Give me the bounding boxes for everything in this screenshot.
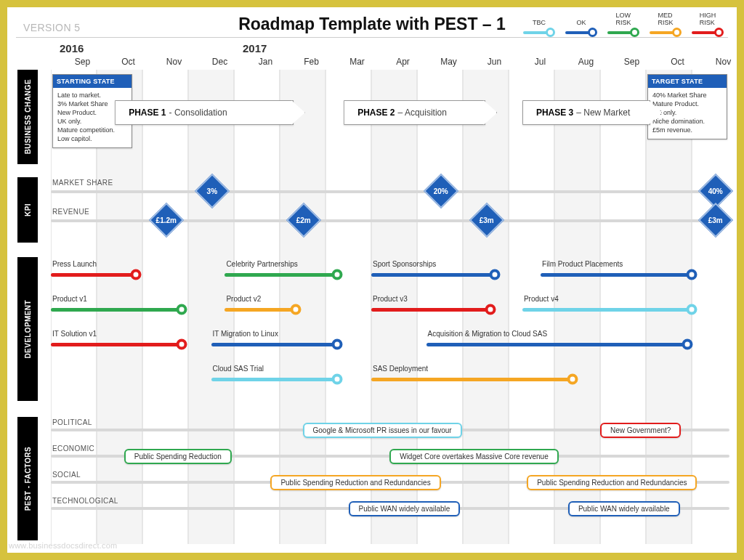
dev-item-label: Press Launch (52, 260, 97, 268)
month-label: Apr (380, 57, 426, 67)
dev-item-label: Celebrity Partnerships (226, 260, 297, 268)
month-label: Oct (105, 57, 151, 67)
month-label: Jul (517, 57, 563, 67)
lane-label-biz: BUSINESS CHANGE (17, 70, 38, 164)
kpi-track (51, 190, 729, 193)
pest-factor-pill: Public Spending Reduction (124, 449, 232, 464)
dev-bar (225, 273, 336, 277)
lane-label-pest: PEST - FACTORS (17, 417, 38, 540)
kpi-marker: £3m (698, 203, 733, 238)
month-label: Mar (334, 57, 380, 67)
dev-item-label: IT Solution v1 (52, 330, 97, 338)
dev-endpoint-icon (485, 304, 496, 315)
pest-row-label: POLITICAL (52, 418, 92, 426)
legend-item-tbc: TBC (523, 12, 555, 37)
dev-item-label: Sport Sponsorships (373, 260, 436, 268)
dev-item-label: Acquisition & Migration to Cloud SAS (428, 330, 548, 338)
lane-labels: BUSINESS CHANGEKPIDEVELOPMENTPEST - FACT… (17, 70, 49, 544)
dev-endpoint-icon (331, 339, 342, 350)
pest-factor-pill: Public WAN widely available (349, 501, 461, 516)
dev-bar (51, 308, 182, 312)
dev-endpoint-icon (687, 304, 698, 315)
dev-bar (371, 378, 573, 381)
dev-item-label: Cloud SAS Trial (213, 365, 264, 373)
dev-item-label: Product v1 (52, 295, 87, 303)
legend: TBCOKLOWRISKMEDRISKHIGHRISK (523, 12, 724, 37)
dev-endpoint-icon (331, 269, 342, 280)
pest-factor-pill: Public Spending Reduction and Redundanci… (527, 475, 697, 490)
pest-factor-pill: Public Spending Reduction and Redundanci… (270, 475, 440, 490)
dev-endpoint-icon (687, 269, 698, 280)
phase-arrow-2: PHASE 2 – Acquisition (344, 100, 485, 125)
dev-bar (51, 273, 136, 277)
title-rule (16, 37, 728, 38)
pest-factor-pill: Public WAN widely available (568, 501, 680, 516)
year-label: 2017 (243, 42, 267, 54)
kpi-row-label: MARKET SHARE (52, 179, 113, 187)
dev-endpoint-icon (567, 374, 578, 385)
month-label: Sep (609, 57, 655, 67)
dev-endpoint-icon (176, 339, 187, 350)
kpi-marker: £2m (286, 203, 321, 238)
dev-item-label: Product v4 (524, 295, 559, 303)
year-label: 2016 (60, 42, 84, 54)
legend-item-med: MEDRISK (650, 12, 682, 37)
dev-endpoint-icon (291, 304, 302, 315)
legend-item-low: LOWRISK (607, 12, 639, 37)
dev-bar (211, 343, 337, 346)
phase-arrow-1: PHASE 1 - Consolidation (115, 100, 294, 125)
dev-bar (522, 308, 692, 312)
legend-item-high: HIGHRISK (692, 12, 724, 37)
dev-bar (225, 308, 296, 312)
dev-item-label: SAS Deployment (373, 365, 428, 373)
pest-row-label: ECONOMIC (52, 445, 94, 453)
phase-arrow-3: PHASE 3 – New Market (522, 100, 650, 125)
kpi-row-label: REVENUE (52, 208, 89, 216)
dev-endpoint-icon (490, 269, 501, 280)
dev-endpoint-icon (682, 339, 692, 350)
month-label: Oct (655, 57, 700, 67)
dev-endpoint-icon (331, 374, 342, 385)
legend-item-ok: OK (565, 12, 597, 37)
kpi-marker: £3m (469, 203, 504, 238)
month-label: Nov (700, 57, 744, 67)
pest-factor-pill: Google & Microsoft PR issues in our favo… (303, 423, 462, 438)
dev-bar (371, 273, 495, 277)
month-label: Jan (243, 57, 288, 67)
dev-endpoint-icon (176, 304, 187, 315)
target-state-card: TARGET STATE40% Market ShareMature Produ… (647, 74, 727, 139)
pest-factor-pill: New Government? (600, 423, 681, 438)
month-label: Aug (563, 57, 609, 67)
version-label: VERSION 5 (23, 22, 80, 33)
dev-item-label: IT Migration to Linux (213, 330, 278, 338)
lane-label-dev: DEVELOPMENT (17, 257, 38, 401)
kpi-marker: 3% (195, 174, 230, 208)
month-label: Jun (472, 57, 517, 67)
kpi-marker: £1.2m (149, 203, 184, 238)
month-label: Sep (60, 57, 105, 67)
dev-bar (51, 343, 182, 346)
pest-row-label: SOCIAL (52, 471, 81, 479)
dev-item-label: Product v2 (226, 295, 261, 303)
slide-frame: VERSION 5 www.businessdocsdirect.com Roa… (0, 0, 744, 560)
pest-row-label: TECHNOLOGICAL (52, 497, 118, 505)
dev-bar (541, 273, 692, 277)
pest-factor-pill: Widget Core overtakes Massive Core reven… (389, 449, 559, 464)
month-label: Nov (151, 57, 197, 67)
dev-endpoint-icon (130, 269, 141, 280)
dev-item-label: Film Product Placements (542, 260, 623, 268)
dev-item-label: Product v3 (373, 295, 408, 303)
month-label: Dec (197, 57, 243, 67)
dev-bar (426, 343, 687, 346)
dev-bar (371, 308, 490, 312)
content-area: STARTING STATELate to market.3% Market S… (51, 70, 729, 544)
month-label: May (426, 57, 472, 67)
kpi-marker: 20% (424, 174, 458, 208)
dev-bar (211, 378, 337, 381)
month-label: Feb (288, 57, 334, 67)
lane-label-kpi: KPI (17, 177, 38, 243)
